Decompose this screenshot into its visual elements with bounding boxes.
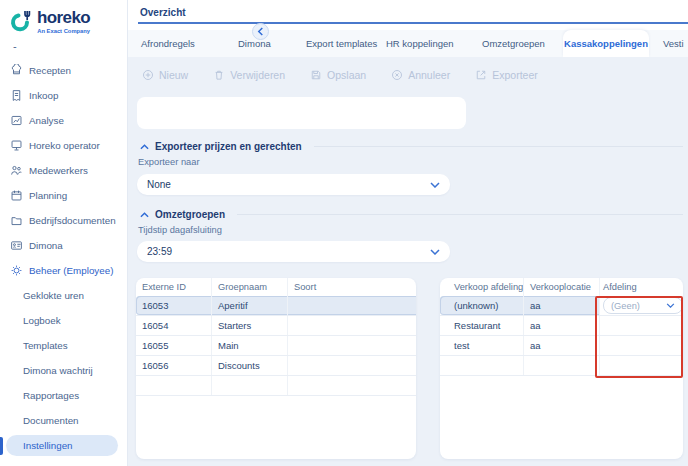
section-omzetgroepen[interactable]: Omzetgroepen: [140, 209, 683, 220]
id-card-icon: [10, 239, 23, 252]
export-button[interactable]: Exporteer: [475, 69, 538, 81]
cell-afdeling: [600, 336, 683, 355]
folder-icon: [10, 214, 23, 227]
column-header-soort: Soort: [288, 278, 416, 296]
brand-tagline: An Exact Company: [37, 28, 90, 34]
new-button[interactable]: Nieuw: [142, 69, 188, 81]
tab-omzetgroepen[interactable]: Omzetgroepen: [482, 30, 545, 57]
sidebar-subitem-templates[interactable]: Templates: [0, 333, 128, 358]
sidebar-item-label: Inkoop: [29, 90, 58, 101]
cell-verkoop-afdeling: Restaurant: [440, 316, 524, 335]
table-row[interactable]: 16055 Main: [136, 336, 416, 356]
cell-soort: [288, 296, 416, 315]
cell-groepnaam: Main: [212, 336, 288, 355]
save-button[interactable]: Opslaan: [310, 69, 366, 81]
omzetgroepen-table: Externe ID Groepnaam Soort 16053 Aperiti…: [136, 278, 416, 459]
afdeling-select-value: (Geen): [611, 301, 640, 311]
plus-circle-icon: [142, 69, 154, 81]
column-header-afdeling: Afdeling: [600, 278, 683, 296]
tab-vestigingen[interactable]: Vesti: [663, 30, 684, 57]
afdeling-select[interactable]: (Geen): [603, 297, 683, 314]
table-row[interactable]: (unknown) aa (Geen): [440, 296, 683, 316]
sidebar-item-analyse[interactable]: Analyse: [0, 108, 128, 133]
exporteer-naar-label: Exporteer naar: [138, 157, 200, 167]
tab-label: Omzetgroepen: [482, 38, 545, 49]
tab-label: Afrondregels: [141, 38, 195, 49]
sidebar-item-recepten[interactable]: Recepten: [0, 58, 128, 83]
table-row[interactable]: 16056 Discounts: [136, 356, 416, 376]
delete-button[interactable]: Verwijderen: [213, 69, 285, 81]
section-exporteer-prijzen[interactable]: Exporteer prijzen en gerechten: [140, 141, 683, 152]
sidebar-subitem-rapportages[interactable]: Rapportages: [0, 383, 128, 408]
cell-externe-id: 16053: [136, 296, 212, 315]
sidebar-item-label: Recepten: [29, 65, 71, 76]
export-button-label: Exporteer: [492, 69, 538, 81]
calendar-icon: [10, 189, 23, 202]
chevron-down-icon: [666, 303, 675, 308]
toolbar: Nieuw Verwijderen Opslaan Annuleer Expor…: [142, 69, 538, 81]
sidebar-item-bedrijfsdocumenten[interactable]: Bedrijfsdocumenten: [0, 208, 128, 233]
sidebar-item-inkoop[interactable]: Inkoop: [0, 83, 128, 108]
monitor-icon: [10, 139, 23, 152]
table-row[interactable]: 16054 Starters: [136, 316, 416, 336]
receipt-icon: [10, 89, 23, 102]
sidebar-item-planning[interactable]: Planning: [0, 183, 128, 208]
table-header-row: Verkoop afdeling Verkooplocatie Afdeling: [440, 278, 683, 296]
cell-verkoop-afdeling: (unknown): [440, 296, 524, 315]
tijdstip-select[interactable]: 23:59: [137, 241, 450, 262]
delete-button-label: Verwijderen: [230, 69, 285, 81]
column-header-externe-id: Externe ID: [136, 278, 212, 296]
sidebar-subitem-geklokte-uren[interactable]: Geklokte uren: [0, 283, 128, 308]
brand-logo: horeko An Exact Company: [9, 9, 90, 34]
tab-hr-koppelingen[interactable]: HR koppelingen: [386, 30, 454, 57]
exporteer-naar-select[interactable]: None: [137, 174, 450, 195]
app-window: horeko An Exact Company - Recepten Inkoo…: [0, 0, 688, 466]
sidebar-subitem-label: Rapportages: [23, 390, 79, 401]
tab-bar: Afrondregels Dimona Export templates HR …: [128, 30, 688, 57]
sidebar-subitem-label: Dimona wachtrij: [23, 365, 93, 376]
cell-groepnaam: Aperitif: [212, 296, 288, 315]
table-row-empty[interactable]: [136, 376, 416, 396]
tab-label: Export templates: [306, 38, 377, 49]
sidebar-item-medewerkers[interactable]: Medewerkers: [0, 158, 128, 183]
sidebar-subitem-documenten[interactable]: Documenten: [0, 408, 128, 433]
tab-label: Kassakoppelingen: [564, 38, 648, 49]
chevron-down-icon: [430, 249, 440, 255]
table-row[interactable]: 16053 Aperitif: [136, 296, 416, 316]
section-title: Exporteer prijzen en gerechten: [155, 141, 302, 152]
brand-name: horeko: [37, 9, 90, 27]
sidebar-subitem-label: Documenten: [23, 415, 79, 426]
table-row[interactable]: test aa: [440, 336, 683, 356]
chevron-left-icon: [257, 27, 264, 36]
collapse-sidebar-button[interactable]: [252, 23, 269, 40]
tab-kassakoppelingen[interactable]: Kassakoppelingen: [563, 30, 649, 57]
section-rule: [314, 146, 683, 147]
sidebar-subitem-instellingen[interactable]: Instellingen: [0, 433, 128, 458]
sidebar-subitem-dimona-wachtrij[interactable]: Dimona wachtrij: [0, 358, 128, 383]
tijdstip-label: Tijdstip dagafsluiting: [138, 225, 222, 235]
sidebar-item-horeko-operator[interactable]: Horeko operator: [0, 133, 128, 158]
sidebar-item-dimona[interactable]: Dimona: [0, 233, 128, 258]
tab-export-templates[interactable]: Export templates: [306, 30, 377, 57]
cell-soort: [288, 356, 416, 375]
sidebar-subnav: Geklokte uren Logboek Templates Dimona w…: [0, 283, 128, 458]
table-row-empty[interactable]: [440, 356, 683, 376]
tab-label: Vesti: [663, 38, 684, 49]
cancel-button[interactable]: Annuleer: [391, 69, 450, 81]
cell-verkooplocatie: aa: [524, 316, 600, 335]
people-icon: [10, 164, 23, 177]
sidebar: horeko An Exact Company - Recepten Inkoo…: [0, 0, 128, 466]
chart-icon: [10, 114, 23, 127]
sidebar-item-label: Dimona: [29, 240, 63, 251]
new-button-label: Nieuw: [159, 69, 188, 81]
sidebar-subitem-logboek[interactable]: Logboek: [0, 308, 128, 333]
export-icon: [475, 69, 487, 81]
cell-groepnaam: Starters: [212, 316, 288, 335]
collapsed-menu-dash: -: [13, 40, 17, 52]
table-row[interactable]: Restaurant aa: [440, 316, 683, 336]
cell-afdeling: (Geen): [600, 296, 683, 315]
tab-afrondregels[interactable]: Afrondregels: [141, 30, 195, 57]
cell-externe-id: 16054: [136, 316, 212, 335]
sidebar-item-beheer[interactable]: Beheer (Employee): [0, 258, 128, 283]
tab-label: Dimona: [238, 38, 271, 49]
